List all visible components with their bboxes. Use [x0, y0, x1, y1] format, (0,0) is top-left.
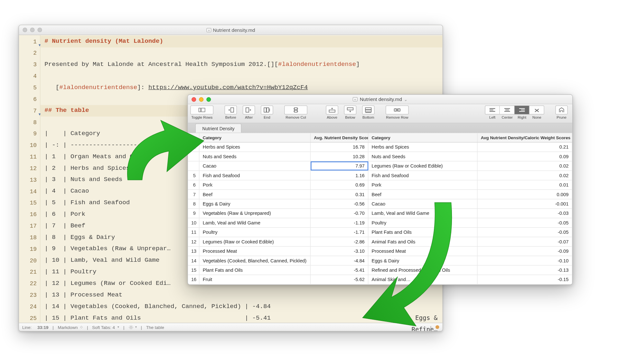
cell-category-2[interactable]: Fish and Seafood — [368, 171, 477, 180]
col-category-2[interactable]: Category — [368, 133, 477, 142]
cell-density-score[interactable]: 0.69 — [311, 180, 368, 189]
col-category[interactable]: Category — [200, 133, 311, 142]
table-row[interactable]: 16Fruit-5.62Animal Skin and…-0.15 — [188, 275, 572, 284]
alignment-segment[interactable]: Left Center Right None — [485, 105, 544, 120]
cell-caloric-score[interactable]: 0.02 — [478, 171, 572, 180]
cell-density-score[interactable]: -5.62 — [311, 275, 368, 284]
line-number[interactable]: 24 — [19, 301, 40, 313]
line-number[interactable]: 4 — [19, 70, 40, 82]
cell-category[interactable]: Legumes (Raw or Cooked Edible) — [200, 237, 311, 246]
cell-category-2[interactable]: Cacao — [368, 199, 477, 208]
cell-category[interactable]: Herbs and Spices — [200, 142, 311, 151]
insert-row-above-button[interactable]: Above — [324, 105, 340, 120]
cell-caloric-score[interactable]: -0.13 — [478, 266, 572, 275]
cell-density-score[interactable]: -2.86 — [311, 237, 368, 246]
line-number[interactable]: 12 — [19, 163, 40, 174]
table-row[interactable]: 6Pork0.69Pork0.01 — [188, 180, 572, 190]
cell-density-score[interactable]: 0.31 — [311, 190, 368, 199]
table-row[interactable]: 2Herbs and Spices16.78Herbs and Spices0.… — [188, 142, 572, 152]
remove-row-button[interactable]: Remove Row — [386, 105, 409, 120]
cell-caloric-score[interactable]: -0.15 — [478, 275, 572, 284]
cell-category[interactable]: Processed Meat — [200, 247, 311, 256]
cell-density-score[interactable]: 1.16 — [311, 171, 368, 180]
table-row[interactable]: 5Fish and Seafood1.16Fish and Seafood0.0… — [188, 171, 572, 180]
cell-category-2[interactable]: Nuts and Seeds — [368, 152, 477, 161]
line-number[interactable]: 16 — [19, 209, 40, 220]
line-number[interactable]: 21 — [19, 266, 40, 278]
cell-category-2[interactable]: Beef — [368, 190, 477, 199]
cell-category[interactable]: Pork — [200, 180, 311, 189]
cell-density-score[interactable]: -3.10 — [311, 247, 368, 256]
table-row[interactable]: 10Lamb, Veal and Wild Game-1.19Poultry-0… — [188, 218, 572, 228]
cell-caloric-score[interactable]: -0.10 — [478, 256, 572, 265]
table-titlebar[interactable]: M Nutrient density.md ⌄ — [188, 95, 572, 104]
table-row[interactable]: 8Eggs & Dairy-0.56Cacao-0.001 — [188, 199, 572, 209]
line-number[interactable]: 25 — [19, 313, 40, 323]
cell-caloric-score[interactable]: 0.009 — [478, 190, 572, 199]
col-caloric-score[interactable]: Avg Nutrient Density/Caloric Weight Scor… — [478, 133, 572, 142]
cell-caloric-score[interactable]: 0.09 — [478, 152, 572, 161]
line-number[interactable]: 20 — [19, 255, 40, 267]
cell-density-score[interactable]: -4.84 — [311, 256, 368, 265]
code-line[interactable]: Presented by Mat Lalonde at Ancestral He… — [40, 59, 442, 70]
code-line[interactable]: [#lalondenutrientdense]: https://www.you… — [40, 82, 442, 94]
cell-density-score[interactable]: -1.19 — [311, 218, 368, 227]
cell-density-score[interactable]: 10.28 — [311, 152, 368, 161]
code-line[interactable]: | 13 | Processed Meat — [40, 289, 442, 301]
line-number[interactable]: 22 — [19, 278, 40, 289]
cell-caloric-score[interactable]: -0.03 — [478, 209, 572, 218]
align-left-button[interactable] — [485, 105, 500, 114]
cell-caloric-score[interactable]: -0.07 — [478, 237, 572, 246]
cell-category-2[interactable]: Animal Skin and… — [368, 275, 477, 284]
line-number[interactable]: 6 — [19, 94, 40, 105]
cell-caloric-score[interactable]: -0.001 — [478, 199, 572, 208]
tab-nutrient-density[interactable]: Nutrient Density — [195, 123, 242, 132]
toggle-rows-button[interactable]: Toggle Rows — [190, 105, 213, 120]
cell-density-score[interactable]: -5.41 — [311, 266, 368, 275]
cell-category[interactable]: Eggs & Dairy — [200, 199, 311, 208]
cell-density-score[interactable]: -0.70 — [311, 209, 368, 218]
cell-category[interactable]: Vegetables (Cooked, Blanched, Canned, Pi… — [200, 256, 311, 265]
insert-row-below-button[interactable]: Below — [342, 105, 358, 120]
table-row[interactable]: 9Vegetables (Raw & Unprepared)-0.70Lamb,… — [188, 209, 572, 218]
table-row[interactable]: 13Processed Meat-3.10Processed Meat-0.09 — [188, 247, 572, 256]
line-number[interactable]: 14 — [19, 186, 40, 197]
line-number[interactable]: 17 — [19, 220, 40, 232]
cell-category-2[interactable]: Refined and Processed Fats and Oils — [368, 266, 477, 275]
line-number[interactable]: 15 — [19, 197, 40, 209]
table-row[interactable]: 7Beef0.31Beef0.009 — [188, 190, 572, 199]
table-row[interactable]: Cacao7.97Legumes (Raw or Cooked Edible)0… — [188, 161, 572, 171]
line-number[interactable]: 10 — [19, 140, 40, 151]
insert-col-before-button[interactable]: Before — [222, 105, 239, 120]
prune-button[interactable]: Prune — [553, 105, 570, 120]
remove-col-button[interactable]: Remove Col — [284, 105, 307, 120]
code-line[interactable]: | 15 | Plant Fats and Oils | -5.41 — [40, 313, 442, 323]
table-row[interactable]: 14Vegetables (Cooked, Blanched, Canned, … — [188, 256, 572, 265]
line-number[interactable]: 1 — [19, 36, 40, 48]
line-number[interactable]: 3 — [19, 59, 40, 70]
cell-category[interactable]: Beef — [200, 190, 311, 199]
cell-category[interactable]: Lamb, Veal and Wild Game — [200, 218, 311, 227]
cell-caloric-score[interactable]: 0.21 — [478, 142, 572, 151]
insert-row-bottom-button[interactable]: Bottom — [360, 105, 377, 120]
line-number[interactable]: 11 — [19, 151, 40, 163]
editor-titlebar[interactable]: M Nutrient density.md — [19, 25, 443, 35]
cell-category[interactable]: Fruit — [200, 275, 311, 284]
cell-category-2[interactable]: Pork — [368, 180, 477, 189]
cell-density-score[interactable]: 16.78 — [311, 142, 368, 151]
code-line[interactable] — [40, 47, 442, 59]
line-number[interactable]: 2 — [19, 47, 40, 59]
cell-category-2[interactable]: Processed Meat — [368, 247, 477, 256]
gear-icon[interactable]: ▾ — [128, 325, 137, 330]
status-breadcrumb[interactable]: The table — [146, 325, 164, 330]
cell-category-2[interactable]: Lamb, Veal and Wild Game — [368, 209, 477, 218]
line-number[interactable]: 8 — [19, 116, 40, 128]
align-none-button[interactable] — [529, 105, 544, 114]
line-number[interactable]: 23 — [19, 289, 40, 301]
cell-caloric-score[interactable]: -0.05 — [478, 228, 572, 237]
cell-caloric-score[interactable]: -0.09 — [478, 247, 572, 256]
status-language[interactable]: Markdown ◇ — [58, 325, 83, 330]
cell-category[interactable]: Poultry — [200, 228, 311, 237]
cell-category-2[interactable]: Plant Fats and Oils — [368, 228, 477, 237]
table-row[interactable]: 15Plant Fats and Oils-5.41Refined and Pr… — [188, 266, 572, 275]
